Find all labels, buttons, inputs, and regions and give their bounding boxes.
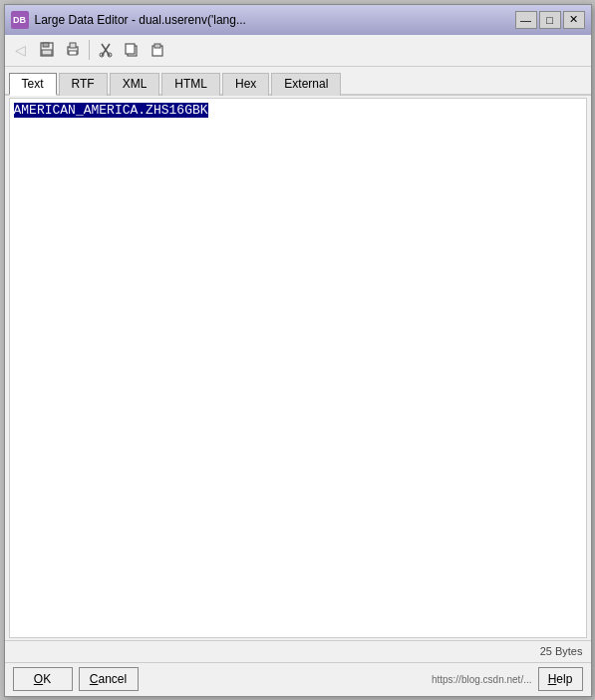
window-controls: — □ ✕ — [515, 11, 585, 29]
toolbar-separator-1 — [89, 40, 90, 60]
tab-html[interactable]: HTML — [161, 73, 220, 96]
footer-bar: OK Cancel https://blog.csdn.net/... Help — [5, 662, 591, 696]
copy-toolbar-button[interactable] — [120, 38, 144, 62]
paste-toolbar-button[interactable] — [146, 38, 169, 62]
svg-rect-11 — [126, 44, 135, 54]
close-button[interactable]: ✕ — [563, 11, 585, 29]
tab-hex[interactable]: Hex — [222, 73, 269, 96]
svg-rect-4 — [70, 43, 76, 48]
footer-right: https://blog.csdn.net/... Help — [432, 667, 583, 691]
selected-text: AMERICAN_AMERICA.ZHS16GBK — [14, 103, 208, 118]
ok-button[interactable]: OK — [13, 667, 73, 691]
svg-rect-2 — [42, 50, 52, 55]
editor-content[interactable]: AMERICAN_AMERICA.ZHS16GBK — [10, 99, 586, 122]
print-toolbar-button[interactable] — [61, 38, 85, 62]
tab-external[interactable]: External — [271, 73, 341, 96]
cut-toolbar-button[interactable] — [94, 38, 118, 62]
tab-xml[interactable]: XML — [110, 73, 160, 96]
app-icon: DB — [11, 11, 29, 29]
status-bar: 25 Bytes — [5, 640, 591, 662]
tab-bar: Text RTF XML HTML Hex External — [5, 67, 591, 96]
tab-text[interactable]: Text — [9, 73, 57, 96]
help-button[interactable]: Help — [538, 667, 583, 691]
save-toolbar-button[interactable] — [35, 38, 59, 62]
svg-rect-5 — [69, 51, 77, 55]
maximize-button[interactable]: □ — [539, 11, 561, 29]
byte-count: 25 Bytes — [540, 645, 583, 657]
cancel-button[interactable]: Cancel — [79, 667, 139, 691]
minimize-button[interactable]: — — [515, 11, 537, 29]
main-window: DB Large Data Editor - dual.userenv('lan… — [4, 4, 592, 697]
toolbar: ◁ — [5, 35, 591, 67]
svg-rect-13 — [154, 44, 160, 48]
footer-info-text: https://blog.csdn.net/... — [432, 674, 532, 685]
title-bar: DB Large Data Editor - dual.userenv('lan… — [5, 5, 591, 35]
svg-rect-1 — [43, 43, 49, 47]
back-toolbar-button[interactable]: ◁ — [9, 38, 33, 62]
tab-rtf[interactable]: RTF — [59, 73, 108, 96]
editor-area: AMERICAN_AMERICA.ZHS16GBK — [9, 98, 587, 638]
window-title: Large Data Editor - dual.userenv('lang..… — [35, 13, 515, 27]
